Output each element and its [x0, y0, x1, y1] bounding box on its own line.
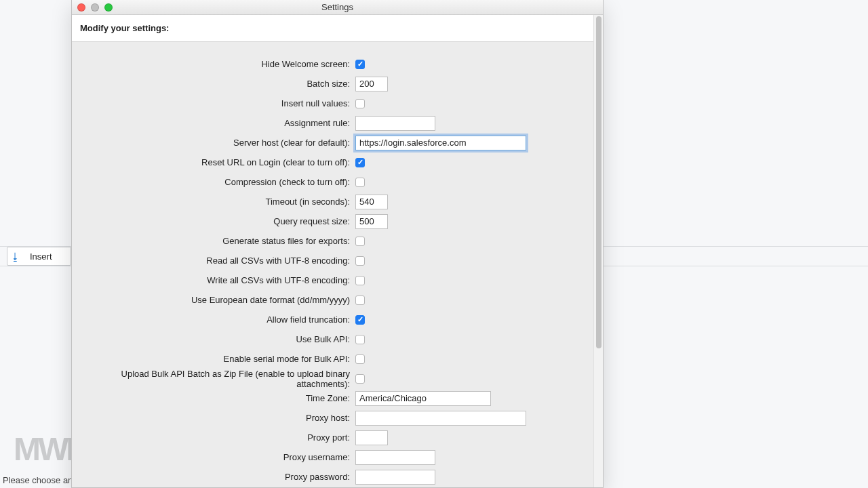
- assignment-rule-input[interactable]: [355, 116, 435, 131]
- scrollbar[interactable]: [593, 15, 603, 487]
- proxy-port-label: Proxy port:: [79, 432, 355, 443]
- proxy-username-input[interactable]: [355, 450, 435, 465]
- bulk-serial-label: Enable serial mode for Bulk API:: [79, 354, 355, 364]
- bulk-zip-label: Upload Bulk API Batch as Zip File (enabl…: [79, 369, 355, 389]
- euro-date-label: Use European date format (dd/mm/yyyy): [79, 295, 355, 305]
- settings-form: Hide Welcome screen: Batch size: Insert …: [72, 42, 593, 487]
- timeout-input[interactable]: [355, 195, 388, 209]
- field-trunc-checkbox[interactable]: [355, 315, 365, 325]
- reset-url-label: Reset URL on Login (clear to turn off):: [79, 157, 355, 167]
- bulk-api-label: Use Bulk API:: [79, 334, 355, 344]
- euro-date-checkbox[interactable]: [355, 296, 365, 305]
- batch-size-input[interactable]: [355, 77, 388, 92]
- status-files-checkbox[interactable]: [355, 237, 365, 246]
- bulk-serial-checkbox[interactable]: [355, 354, 365, 364]
- query-size-input[interactable]: [355, 214, 388, 229]
- timeout-label: Timeout (in seconds):: [79, 197, 355, 207]
- window-title: Settings: [72, 2, 603, 12]
- insert-null-checkbox[interactable]: [355, 99, 365, 108]
- field-trunc-label: Allow field truncation:: [79, 314, 355, 325]
- insert-null-label: Insert null values:: [79, 98, 355, 108]
- bg-insert-button[interactable]: ⭳ Insert: [7, 247, 71, 266]
- status-bar-text: Please choose an: [3, 475, 73, 485]
- bulk-api-checkbox[interactable]: [355, 335, 365, 344]
- hide-welcome-checkbox[interactable]: [355, 60, 365, 69]
- proxy-host-label: Proxy host:: [79, 413, 355, 423]
- scrollbar-thumb[interactable]: [596, 16, 601, 348]
- download-icon: ⭳: [10, 251, 20, 262]
- proxy-host-input[interactable]: [355, 411, 526, 426]
- query-size-label: Query request size:: [79, 216, 355, 226]
- settings-dialog: Settings Modify your settings: Hide Welc…: [71, 0, 604, 488]
- assignment-rule-label: Assignment rule:: [79, 118, 355, 128]
- compression-checkbox[interactable]: [355, 178, 365, 187]
- page-heading: Modify your settings:: [80, 23, 585, 33]
- titlebar: Settings: [72, 0, 603, 15]
- write-utf8-label: Write all CSVs with UTF-8 encoding:: [79, 275, 355, 285]
- timezone-label: Time Zone:: [79, 393, 355, 403]
- bg-insert-label: Insert: [30, 251, 52, 262]
- timezone-input[interactable]: [355, 391, 491, 406]
- compression-label: Compression (check to turn off):: [79, 177, 355, 187]
- status-files-label: Generate status files for exports:: [79, 236, 355, 246]
- reset-url-checkbox[interactable]: [355, 158, 365, 167]
- write-utf8-checkbox[interactable]: [355, 276, 365, 285]
- hide-welcome-label: Hide Welcome screen:: [79, 59, 355, 69]
- proxy-password-label: Proxy password:: [79, 472, 355, 482]
- proxy-username-label: Proxy username:: [79, 452, 355, 462]
- read-utf8-checkbox[interactable]: [355, 256, 365, 266]
- proxy-port-input[interactable]: [355, 430, 388, 445]
- proxy-password-input[interactable]: [355, 470, 435, 485]
- bulk-zip-checkbox[interactable]: [355, 374, 365, 384]
- batch-size-label: Batch size:: [79, 79, 355, 89]
- server-host-label: Server host (clear for default):: [79, 138, 355, 148]
- read-utf8-label: Read all CSVs with UTF-8 encoding:: [79, 256, 355, 266]
- server-host-input[interactable]: [355, 136, 526, 150]
